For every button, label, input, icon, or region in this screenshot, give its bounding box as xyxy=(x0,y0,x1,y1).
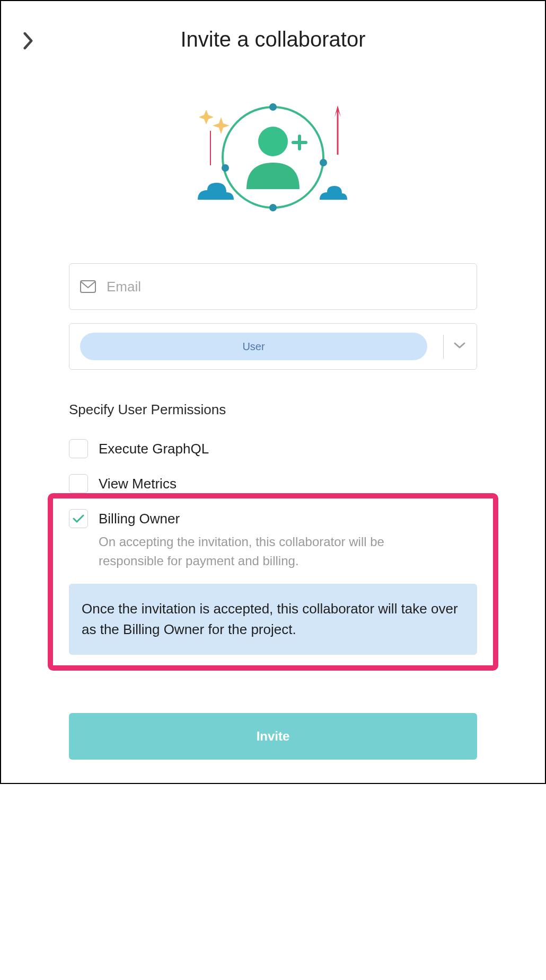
permission-row-billing-owner: Billing Owner On accepting the invitatio… xyxy=(69,509,477,571)
svg-point-2 xyxy=(269,204,277,211)
permission-row-view-metrics: View Metrics xyxy=(69,474,477,493)
permission-row-execute-graphql: Execute GraphQL xyxy=(69,439,477,458)
email-input[interactable] xyxy=(107,279,466,295)
chevron-down-icon xyxy=(453,342,466,351)
svg-point-0 xyxy=(223,107,323,208)
svg-rect-8 xyxy=(81,281,95,292)
highlight-box: Billing Owner On accepting the invitatio… xyxy=(48,493,498,671)
svg-point-3 xyxy=(320,159,327,166)
svg-point-4 xyxy=(222,164,229,172)
collaborator-illustration xyxy=(33,94,513,221)
billing-owner-info: Once the invitation is accepted, this co… xyxy=(69,584,477,655)
email-input-wrapper xyxy=(69,263,477,310)
permission-desc: On accepting the invitation, this collab… xyxy=(99,532,438,571)
checkbox-execute-graphql[interactable] xyxy=(69,439,88,458)
permission-label: Execute GraphQL xyxy=(99,439,209,458)
back-button[interactable] xyxy=(22,32,34,52)
checkbox-billing-owner[interactable] xyxy=(69,509,88,528)
role-select[interactable]: User xyxy=(69,323,477,370)
email-icon xyxy=(80,280,96,293)
role-pill: User xyxy=(80,333,427,360)
svg-point-1 xyxy=(269,103,277,111)
svg-point-5 xyxy=(258,127,288,156)
permissions-section-label: Specify User Permissions xyxy=(69,402,477,418)
permission-label: Billing Owner xyxy=(99,509,477,528)
divider xyxy=(443,335,444,359)
permission-label: View Metrics xyxy=(99,474,177,493)
invite-button[interactable]: Invite xyxy=(69,713,477,760)
page-title: Invite a collaborator xyxy=(33,28,513,51)
checkbox-view-metrics[interactable] xyxy=(69,474,88,493)
